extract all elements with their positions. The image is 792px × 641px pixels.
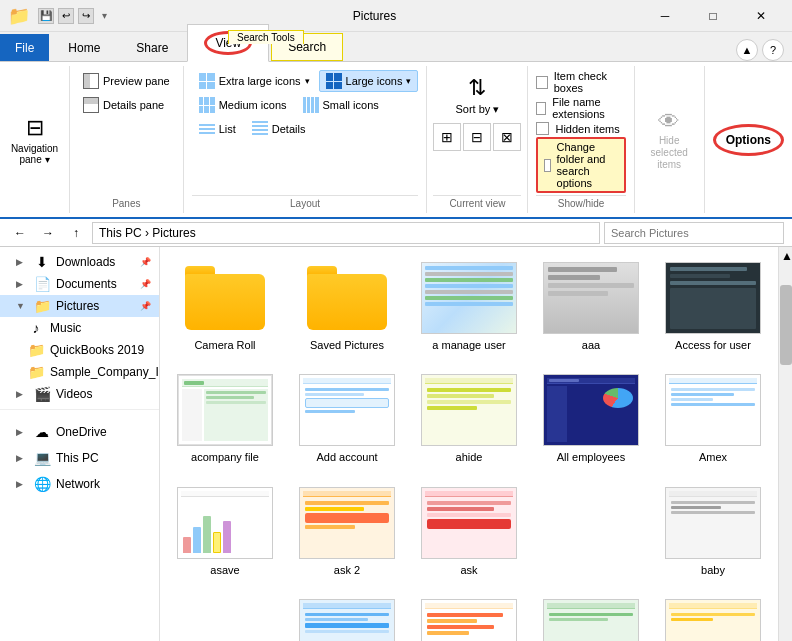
options-button[interactable]: Options [713, 124, 784, 156]
vertical-scrollbar[interactable]: ▲ ▼ [778, 247, 792, 641]
sidebar-item-onedrive[interactable]: ▶ ☁ OneDrive [0, 421, 159, 443]
file-name-extensions-checkbox[interactable] [536, 102, 546, 115]
undo-icon[interactable]: ↩ [58, 8, 74, 24]
sidebar-item-quickbooks[interactable]: 📁 QuickBooks 2019 [0, 339, 159, 361]
manage-user-thumb [421, 262, 517, 334]
search-tools-banner: Search Tools [228, 30, 304, 44]
file-item-all-employees[interactable]: All employees [534, 367, 648, 471]
large-icons-icon [326, 73, 342, 89]
file-item-amex[interactable]: Amex [656, 367, 770, 471]
ribbon-collapse-button[interactable]: ▲ [736, 39, 758, 61]
current-view-group: ⇅ Sort by ▾ ⊞ ⊟ ⊠ Current view [427, 66, 528, 213]
file-item-bank[interactable]: bank [290, 592, 404, 641]
sidebar-item-network[interactable]: ▶ 🌐 Network [0, 473, 159, 495]
preview-pane-button[interactable]: Preview pane [76, 70, 177, 92]
saved-pictures-thumb [299, 262, 395, 334]
sidebar-item-videos[interactable]: ▶ 🎬 Videos [0, 383, 159, 405]
file-area: Camera Roll Saved Pictures [160, 247, 778, 641]
window-controls: ─ □ ✕ [642, 0, 784, 32]
minimize-button[interactable]: ─ [642, 0, 688, 32]
file-name-extensions-row[interactable]: File name extensions [536, 96, 625, 120]
ask2-label: ask 2 [334, 563, 360, 577]
sidebar-item-music[interactable]: ♪ Music [0, 317, 159, 339]
saved-pictures-label: Saved Pictures [310, 338, 384, 352]
forward-button[interactable]: → [36, 221, 60, 245]
file-item-ahide[interactable]: ahide [412, 367, 526, 471]
tab-file[interactable]: File [0, 34, 49, 61]
onedrive-icon: ☁ [34, 424, 50, 440]
change-folder-option[interactable]: Change folder and search options [536, 137, 625, 193]
hidden-items-row[interactable]: Hidden items [536, 122, 625, 135]
ahide-thumb [421, 374, 517, 446]
network-icon: 🌐 [34, 476, 50, 492]
sidebar-item-sample[interactable]: 📁 Sample_Company_I... [0, 361, 159, 383]
group-by-button[interactable]: ⊞ [433, 123, 461, 151]
file-item-extra1[interactable] [534, 592, 648, 641]
quick-access-toolbar: 📁 💾 ↩ ↪ ▾ [8, 5, 107, 27]
extra2-thumb [665, 599, 761, 641]
tab-share[interactable]: Share [119, 34, 185, 61]
navigation-pane-button[interactable]: ⊟ Navigationpane ▾ [4, 110, 65, 170]
pin-icon: 📌 [140, 257, 151, 267]
search-input[interactable] [604, 222, 784, 244]
file-item-ask2[interactable]: ask 2 [290, 480, 404, 584]
list-button[interactable]: List [192, 118, 243, 140]
address-path[interactable]: This PC › Pictures [92, 222, 600, 244]
access-for-user-label: Access for user [675, 338, 751, 352]
layout-row-3: List Details [192, 118, 419, 140]
scroll-up-button[interactable]: ▲ [779, 247, 792, 265]
file-item-access-for-user[interactable]: Access for user [656, 255, 770, 359]
medium-icons-button[interactable]: Medium icons [192, 94, 294, 116]
file-item-camera-roll[interactable]: Camera Roll [168, 255, 282, 359]
file-item-add-account[interactable]: Add account [290, 367, 404, 471]
file-item-saved-pictures[interactable]: Saved Pictures [290, 255, 404, 359]
details-pane-button[interactable]: Details pane [76, 94, 171, 116]
file-item-extra2[interactable] [656, 592, 770, 641]
large-icons-button[interactable]: Large icons ▾ [319, 70, 419, 92]
layout-group: Extra large icons ▾ Large icons ▾ Medium… [184, 66, 428, 213]
sample-icon: 📁 [28, 364, 44, 380]
change-folder-checkbox[interactable] [544, 159, 550, 172]
videos-icon: 🎬 [34, 386, 50, 402]
details-button[interactable]: Details [245, 118, 313, 140]
hidden-items-checkbox[interactable] [536, 122, 549, 135]
redo-icon[interactable]: ↪ [78, 8, 94, 24]
nav-pane-group: ⊟ Navigationpane ▾ [0, 66, 70, 213]
help-button[interactable]: ? [762, 39, 784, 61]
sidebar-item-thispc[interactable]: ▶ 💻 This PC [0, 447, 159, 469]
extra1-thumb [543, 599, 639, 641]
camera-roll-thumb [177, 262, 273, 334]
extra-large-icons-button[interactable]: Extra large icons ▾ [192, 70, 317, 92]
up-button[interactable]: ↑ [64, 221, 88, 245]
back-button[interactable]: ← [8, 221, 32, 245]
file-item-manage-user[interactable]: a manage user [412, 255, 526, 359]
save-icon[interactable]: 💾 [38, 8, 54, 24]
file-item-asave[interactable]: asave [168, 480, 282, 584]
close-button[interactable]: ✕ [738, 0, 784, 32]
panes-group: Preview pane Details pane Panes [70, 66, 184, 213]
item-checkboxes-row[interactable]: Item check boxes [536, 70, 625, 94]
file-item-acompany-file[interactable]: acompany file [168, 367, 282, 471]
small-icons-button[interactable]: Small icons [296, 94, 386, 116]
sidebar-item-downloads[interactable]: ▶ ⬇ Downloads 📌 [0, 251, 159, 273]
documents-icon: 📄 [34, 276, 50, 292]
file-item-baby[interactable]: baby [656, 480, 770, 584]
sidebar-item-pictures[interactable]: ▼ 📁 Pictures 📌 [0, 295, 159, 317]
add-column-button[interactable]: ⊟ [463, 123, 491, 151]
preview-pane-icon [83, 73, 99, 89]
item-checkboxes-checkbox[interactable] [536, 76, 547, 89]
scroll-thumb[interactable] [780, 285, 792, 365]
file-item-bars[interactable]: bars [412, 592, 526, 641]
aaa-label: aaa [582, 338, 600, 352]
size-all-columns-button[interactable]: ⊠ [493, 123, 521, 151]
main-layout: ▶ ⬇ Downloads 📌 ▶ 📄 Documents 📌 ▼ 📁 Pict… [0, 247, 792, 641]
maximize-button[interactable]: □ [690, 0, 736, 32]
options-group: Options [705, 66, 792, 213]
file-item-aaa[interactable]: aaa [534, 255, 648, 359]
bars-thumb [421, 599, 517, 641]
asave-label: asave [210, 563, 239, 577]
sort-by-button[interactable]: ⇅ Sort by ▾ [447, 70, 509, 121]
sidebar-item-documents[interactable]: ▶ 📄 Documents 📌 [0, 273, 159, 295]
file-item-ask[interactable]: ask [412, 480, 526, 584]
tab-home[interactable]: Home [51, 34, 117, 61]
